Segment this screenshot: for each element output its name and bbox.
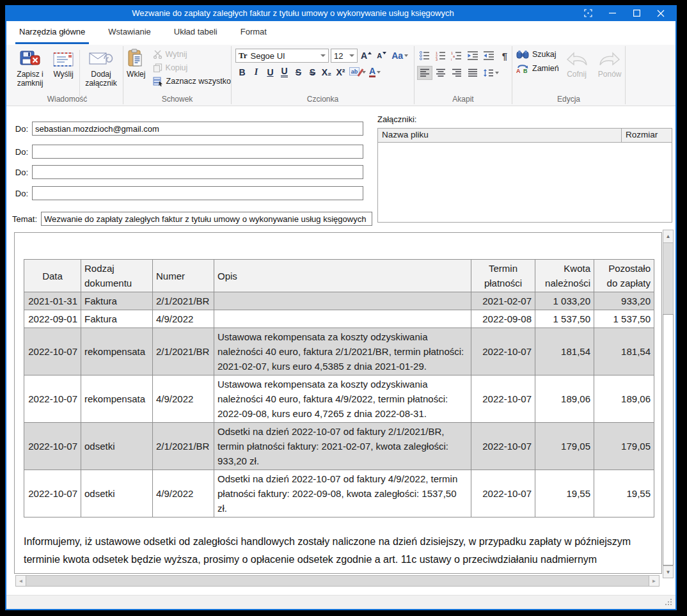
resize-grip[interactable]	[665, 599, 672, 606]
double-strikethrough-button[interactable]: S	[306, 66, 319, 79]
copy-button[interactable]: Kopiuj	[153, 62, 231, 74]
table-cell[interactable]: rekompensata	[81, 375, 153, 423]
tab-narzedzia-glowne[interactable]: Narzędzia główne	[15, 21, 89, 44]
table-cell[interactable]: 2022-09-08	[471, 310, 535, 328]
close-button[interactable]	[649, 5, 673, 21]
table-cell[interactable]: 2/1/2021/BR	[153, 328, 214, 375]
italic-button[interactable]: I	[249, 66, 263, 79]
line-spacing-button[interactable]	[481, 66, 500, 80]
table-cell[interactable]: 2021-01-31	[24, 292, 81, 310]
scroll-left-button[interactable]: ◄	[15, 575, 26, 587]
table-cell[interactable]: Faktura	[81, 310, 153, 328]
replace-button[interactable]: AB Zamień	[516, 63, 559, 74]
column-header[interactable]: Kwota należności	[535, 260, 594, 292]
pilcrow-button[interactable]: ¶	[497, 49, 512, 63]
table-cell[interactable]: 4/9/2022	[153, 375, 214, 423]
to-input-1[interactable]	[32, 122, 363, 136]
scroll-down-button[interactable]: ▼	[663, 565, 674, 578]
increase-indent-button[interactable]	[481, 49, 496, 63]
table-cell[interactable]: 2/1/2021/BR	[153, 292, 214, 310]
grow-font-button[interactable]: A	[359, 49, 373, 62]
shrink-font-button[interactable]: A	[375, 49, 388, 62]
email-body-editor[interactable]: DataRodzaj dokumentuNumerOpisTermin płat…	[14, 232, 662, 574]
scrollbar-track[interactable]	[663, 243, 674, 314]
table-cell[interactable]: Faktura	[81, 292, 153, 310]
subject-input[interactable]	[41, 212, 372, 226]
table-cell[interactable]: 4/9/2022	[153, 310, 214, 328]
superscript-button[interactable]: X²	[334, 66, 347, 79]
table-cell[interactable]: odsetki	[81, 423, 153, 470]
horizontal-scrollbar-track[interactable]	[26, 575, 649, 587]
justify-button[interactable]	[465, 66, 480, 80]
to-input-4[interactable]	[32, 186, 363, 200]
maximize-button[interactable]	[624, 5, 649, 21]
table-cell[interactable]: Ustawowa rekompensata za koszty odzyskiw…	[214, 375, 471, 423]
column-header[interactable]: Opis	[214, 260, 471, 292]
table-cell[interactable]: 1 537,50	[594, 310, 654, 328]
change-case-button[interactable]: Aa	[390, 49, 409, 62]
tab-wstawianie[interactable]: Wstawianie	[104, 21, 154, 44]
table-cell[interactable]: 4/9/2022	[153, 470, 214, 517]
table-cell[interactable]: 2022-10-07	[471, 328, 535, 375]
table-cell[interactable]: rekompensata	[81, 328, 153, 375]
table-cell[interactable]: 189,06	[535, 375, 594, 423]
attachments-list[interactable]: Nazwa pliku Rozmiar	[377, 128, 672, 223]
table-cell[interactable]: 2022-10-07	[24, 470, 81, 517]
table-cell[interactable]: 19,55	[594, 470, 654, 517]
table-cell[interactable]: 1 537,50	[535, 310, 594, 328]
table-cell[interactable]: 2022-10-07	[24, 328, 81, 375]
column-header[interactable]: Data	[24, 260, 81, 292]
minimize-button[interactable]	[600, 5, 624, 21]
column-header[interactable]: Rodzaj dokumentu	[81, 260, 153, 292]
table-cell[interactable]: 2022-10-07	[471, 470, 535, 517]
font-size-combo[interactable]: 12	[331, 49, 358, 63]
font-name-combo[interactable]: Tr Segoe UI	[235, 49, 329, 63]
table-cell[interactable]: Odsetki na dzień 2022-10-07 od faktury 4…	[214, 470, 471, 517]
subscript-button[interactable]: X₂	[320, 66, 333, 79]
align-left-button[interactable]	[417, 66, 432, 80]
align-right-button[interactable]	[449, 66, 464, 80]
snap-layout-icon[interactable]	[576, 5, 600, 21]
table-cell[interactable]: 2022-10-07	[471, 423, 535, 470]
scrollbar-thumb[interactable]	[663, 314, 674, 565]
table-cell[interactable]: 2022-10-07	[24, 423, 81, 470]
scroll-right-button[interactable]: ►	[649, 575, 659, 587]
table-cell[interactable]: 933,20	[594, 292, 654, 310]
decrease-indent-button[interactable]	[465, 49, 480, 63]
table-cell[interactable]: 2022-09-01	[24, 310, 81, 328]
tab-format[interactable]: Format	[237, 21, 271, 44]
cut-button[interactable]: Wytnij	[153, 49, 231, 60]
align-center-button[interactable]	[433, 66, 448, 80]
select-all-button[interactable]: Zaznacz wszystko	[153, 75, 231, 87]
table-cell[interactable]: 1 033,20	[535, 292, 594, 310]
find-button[interactable]: Szukaj	[516, 50, 559, 59]
table-cell[interactable]: 2022-10-07	[24, 375, 81, 423]
to-input-3[interactable]	[32, 165, 363, 179]
table-cell[interactable]: odsetki	[81, 470, 153, 517]
double-underline-button[interactable]: U	[278, 66, 291, 79]
bullet-list-button[interactable]	[417, 49, 432, 63]
column-header[interactable]: Numer	[153, 260, 214, 292]
underline-button[interactable]: U	[264, 66, 277, 79]
table-cell[interactable]: 181,54	[535, 328, 594, 375]
tab-uklad-tabeli[interactable]: Układ tabeli	[170, 21, 221, 44]
table-cell[interactable]: 181,54	[594, 328, 654, 375]
multilevel-list-button[interactable]: 1ai	[449, 49, 464, 63]
closing-paragraph[interactable]: Informujemy, iż ustawowe odsetki od zale…	[24, 533, 657, 574]
table-cell[interactable]: 189,06	[594, 375, 654, 423]
table-cell[interactable]	[214, 292, 471, 310]
table-cell[interactable]	[214, 310, 471, 328]
column-header[interactable]: Pozostało do zapłaty	[594, 260, 654, 292]
table-cell[interactable]: Odsetki na dzień 2022-10-07 od faktury 2…	[214, 423, 471, 470]
table-cell[interactable]: 179,05	[594, 423, 654, 470]
table-cell[interactable]: 2/1/2021/BR	[153, 423, 214, 470]
table-cell[interactable]: 2021-02-07	[471, 292, 535, 310]
table-cell[interactable]: 19,55	[535, 470, 594, 517]
highlight-button[interactable]: ab	[348, 66, 367, 79]
table-cell[interactable]: 2022-10-07	[471, 375, 535, 423]
scroll-up-button[interactable]: ▲	[663, 230, 674, 243]
numbered-list-button[interactable]: 123	[433, 49, 448, 63]
strikethrough-button[interactable]: S	[292, 66, 305, 79]
bold-button[interactable]: B	[235, 66, 249, 79]
table-cell[interactable]: Ustawowa rekompensata za koszty odzyskiw…	[214, 328, 471, 375]
